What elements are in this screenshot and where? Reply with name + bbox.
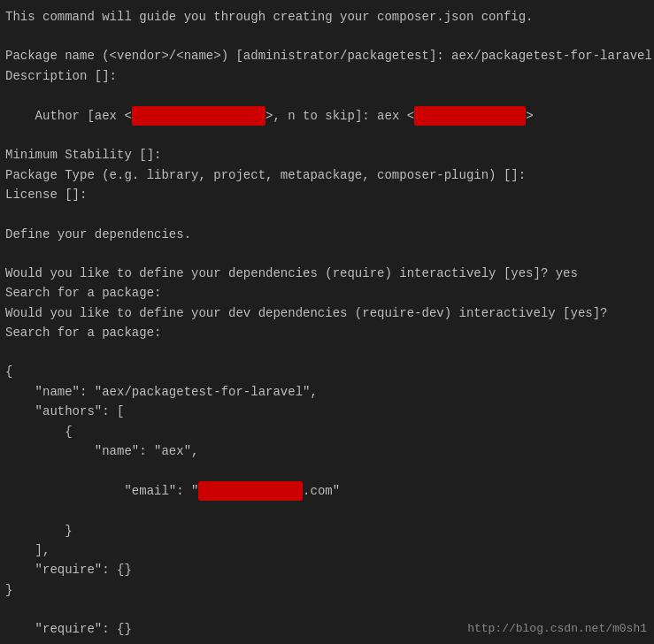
line-stability: Minimum Stability []: bbox=[5, 145, 649, 165]
author-suffix: > bbox=[526, 109, 533, 123]
blank-2 bbox=[5, 205, 649, 225]
email-redacted-1 bbox=[132, 106, 265, 126]
line-define-deps: Define your dependencies. bbox=[5, 225, 649, 244]
line-require-dev-interactive: Would you like to define your dev depend… bbox=[5, 303, 649, 323]
blank-1 bbox=[5, 27, 649, 46]
line-search-1: Search for a package: bbox=[5, 283, 649, 303]
blank-5 bbox=[5, 600, 649, 619]
line-search-2: Search for a package: bbox=[5, 323, 649, 342]
blank-3 bbox=[5, 244, 649, 264]
json-require: "require": {} bbox=[5, 560, 649, 579]
watermark: http://blog.csdn.net/m0sh1 bbox=[467, 622, 647, 635]
json-author-close: } bbox=[5, 521, 649, 540]
json-name: "name": "aex/packagetest-for-laravel", bbox=[5, 382, 649, 402]
json-close-brace: } bbox=[5, 580, 649, 600]
json-author-name: "name": "aex", bbox=[5, 441, 649, 461]
json-author-email: "email": " .com" bbox=[5, 461, 649, 520]
author-prefix: Author [aex < bbox=[35, 109, 132, 123]
line-package-type: Package Type (e.g. library, project, met… bbox=[5, 165, 649, 185]
json-open-brace: { bbox=[5, 362, 649, 381]
line-description: Description []: bbox=[5, 66, 649, 86]
author-middle: >, n to skip]: aex < bbox=[265, 109, 414, 123]
terminal: This command will guide you through crea… bbox=[0, 0, 654, 644]
email-prefix: "email": " bbox=[35, 484, 199, 498]
blank-4 bbox=[5, 342, 649, 362]
line-author: Author [aex < >, n to skip]: aex < > bbox=[5, 86, 649, 145]
json-authors-close: ], bbox=[5, 540, 649, 560]
line-1: This command will guide you through crea… bbox=[5, 7, 649, 27]
line-package-name: Package name (<vendor>/<name>) [administ… bbox=[5, 46, 649, 65]
email-redacted-2 bbox=[414, 106, 526, 126]
json-authors-open: { bbox=[5, 422, 649, 441]
email-suffix: .com" bbox=[303, 484, 340, 498]
line-require-interactive: Would you like to define your dependenci… bbox=[5, 264, 649, 283]
line-license: License []: bbox=[5, 185, 649, 204]
email-value-redacted bbox=[198, 481, 303, 501]
json-authors-key: "authors": [ bbox=[5, 402, 649, 421]
